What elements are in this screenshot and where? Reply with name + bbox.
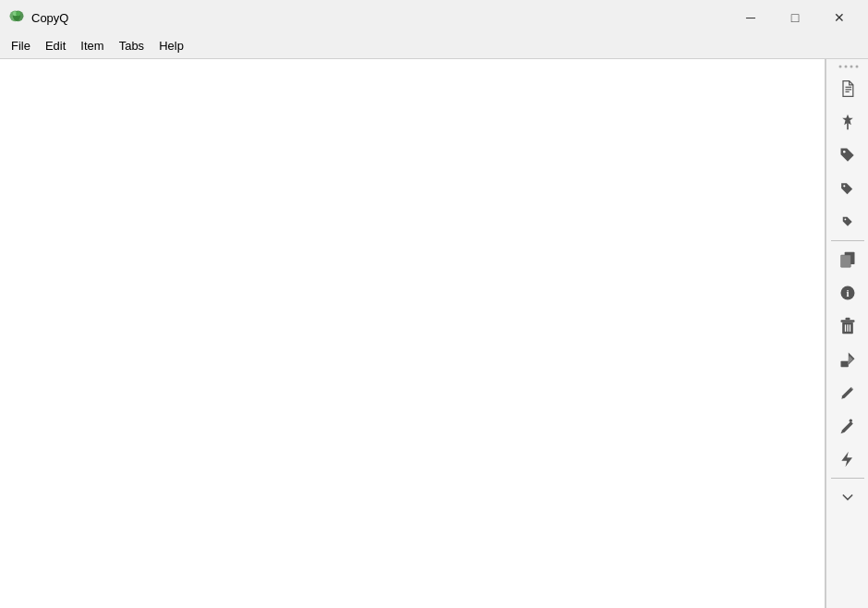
- svg-text:i: i: [846, 287, 849, 298]
- menu-bar: File Edit Item Tabs Help: [0, 33, 868, 59]
- pin-button[interactable]: [829, 105, 866, 139]
- svg-point-13: [843, 185, 845, 187]
- svg-rect-26: [840, 361, 848, 368]
- main-area: i: [0, 59, 868, 608]
- edit-button[interactable]: [829, 376, 866, 409]
- svg-point-6: [850, 66, 852, 68]
- svg-point-3: [16, 11, 20, 16]
- copy-button[interactable]: [829, 243, 866, 276]
- title-bar-controls: ─ □ ✕: [729, 6, 861, 29]
- svg-point-5: [844, 66, 847, 68]
- tag-icon-3: [841, 215, 854, 228]
- separator-1: [831, 240, 864, 241]
- delete-icon: [838, 317, 857, 335]
- new-item-button[interactable]: [829, 72, 866, 105]
- tag-icon-1: [838, 146, 857, 164]
- menu-edit[interactable]: Edit: [38, 36, 73, 55]
- chevron-down-icon: [840, 490, 855, 505]
- menu-file[interactable]: File: [4, 36, 38, 55]
- svg-rect-21: [840, 320, 854, 322]
- minimize-button[interactable]: ─: [729, 6, 772, 29]
- copy-icon: [838, 250, 857, 269]
- svg-point-27: [849, 420, 851, 422]
- edit-icon: [838, 383, 857, 402]
- pin-icon: [838, 113, 857, 131]
- app-icon: [7, 8, 26, 27]
- svg-point-4: [838, 66, 841, 68]
- tag3-button[interactable]: [829, 205, 866, 238]
- separator-2: [831, 478, 864, 479]
- svg-rect-22: [845, 318, 850, 321]
- menu-item[interactable]: Item: [73, 36, 111, 55]
- delete-button[interactable]: [829, 310, 866, 343]
- edit-external-button[interactable]: [829, 343, 866, 376]
- command-icon: [838, 450, 857, 468]
- svg-rect-16: [840, 255, 850, 267]
- menu-tabs[interactable]: Tabs: [112, 36, 151, 55]
- tag1-button[interactable]: [829, 139, 866, 172]
- action-button[interactable]: [829, 409, 866, 443]
- toolbar-handle: [831, 63, 864, 70]
- tag-icon-2: [839, 181, 855, 197]
- more-button[interactable]: [829, 480, 866, 514]
- command-button[interactable]: [829, 443, 866, 476]
- app-title: CopyQ: [31, 11, 68, 25]
- content-pane: [0, 59, 826, 608]
- title-bar: CopyQ ─ □ ✕: [0, 0, 868, 33]
- info-button[interactable]: i: [829, 276, 866, 310]
- edit-external-icon: [838, 350, 857, 369]
- title-bar-left: CopyQ: [7, 8, 68, 27]
- svg-point-12: [843, 151, 846, 153]
- info-icon: i: [838, 284, 857, 302]
- close-button[interactable]: ✕: [818, 6, 861, 29]
- svg-point-14: [844, 219, 846, 221]
- tag2-button[interactable]: [829, 172, 866, 205]
- right-toolbar: i: [826, 59, 868, 608]
- svg-point-7: [855, 66, 858, 68]
- document-icon: [838, 79, 857, 98]
- menu-help[interactable]: Help: [151, 36, 191, 55]
- maximize-button[interactable]: □: [774, 6, 816, 29]
- action-icon: [838, 417, 857, 435]
